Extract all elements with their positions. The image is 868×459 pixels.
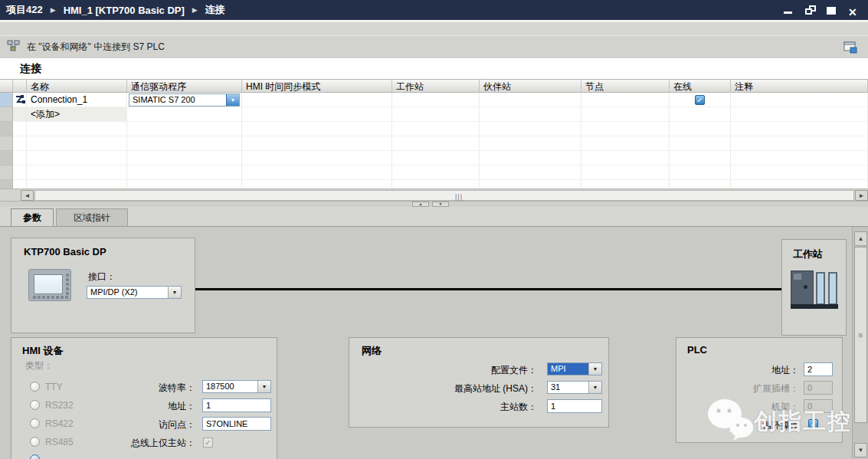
scroll-right-button[interactable]: ► bbox=[855, 190, 868, 201]
column-header-partner[interactable]: 伙伴站 bbox=[480, 79, 581, 93]
tab-area-pointers[interactable]: 区域指针 bbox=[56, 208, 128, 226]
minimize-button[interactable] bbox=[784, 5, 794, 15]
plc-address-field[interactable]: 2 bbox=[804, 362, 833, 376]
row-selector[interactable] bbox=[0, 93, 13, 107]
expansion-slot-label: 扩展插槽： bbox=[707, 382, 799, 395]
scroll-up-button[interactable]: ▲ bbox=[854, 231, 867, 246]
master-only-checkbox[interactable]: ✓ bbox=[203, 438, 213, 448]
row-selector[interactable] bbox=[0, 166, 13, 180]
pane-splitter[interactable]: ▲ ▼ bbox=[0, 201, 868, 207]
comment-cell[interactable] bbox=[731, 93, 868, 107]
empty-cell bbox=[13, 136, 27, 151]
maximize-button[interactable] bbox=[827, 5, 837, 15]
radio-rs422[interactable] bbox=[30, 418, 40, 428]
open-network-view-button[interactable] bbox=[842, 39, 859, 56]
radio-partial[interactable] bbox=[30, 454, 40, 459]
hsa-dropdown[interactable]: 31 ▼ bbox=[547, 381, 602, 394]
masters-field[interactable]: 1 bbox=[547, 399, 602, 413]
type-label: 类型： bbox=[25, 359, 53, 372]
empty-cell bbox=[670, 107, 731, 122]
chevron-down-icon[interactable]: ▼ bbox=[588, 363, 601, 375]
empty-cell bbox=[731, 166, 868, 180]
chevron-down-icon[interactable]: ▼ bbox=[226, 94, 239, 106]
empty-cell bbox=[480, 166, 581, 180]
scrollbar-grip-icon: ≡ bbox=[859, 331, 863, 339]
tia-portal-window: 项目422 ▶ HMI_1 [KTP700 Basic DP] ▶ 连接 ✕ bbox=[0, 0, 868, 459]
empty-cell bbox=[392, 166, 480, 180]
column-header-online[interactable]: 在线 bbox=[670, 79, 731, 93]
add-connection-cell[interactable]: <添加> bbox=[27, 107, 127, 122]
radio-tty[interactable] bbox=[30, 382, 40, 392]
partner-cell[interactable] bbox=[480, 93, 581, 107]
station-box-title: 工作站 bbox=[793, 248, 823, 261]
breadcrumb-device[interactable]: HMI_1 [KTP700 Basic DP] bbox=[64, 5, 185, 16]
empty-table-row bbox=[0, 136, 868, 151]
column-header-driver[interactable]: 通信驱动程序 bbox=[127, 79, 242, 93]
column-header-node[interactable]: 节点 bbox=[581, 79, 670, 93]
empty-cell bbox=[27, 166, 127, 180]
scroll-up-icon: ▲ bbox=[858, 235, 864, 242]
chevron-down-icon[interactable]: ▼ bbox=[168, 287, 181, 298]
row-selector[interactable] bbox=[0, 151, 13, 166]
empty-cell bbox=[27, 122, 127, 136]
baud-rate-dropdown[interactable]: 187500 ▼ bbox=[202, 380, 271, 393]
access-point-label: 访问点： bbox=[96, 418, 195, 431]
hmi-address-field[interactable]: 1 bbox=[202, 398, 271, 412]
rack-field[interactable]: 0 bbox=[804, 399, 833, 413]
interface-dropdown[interactable]: MPI/DP (X2) ▼ bbox=[87, 286, 182, 299]
row-selector[interactable] bbox=[0, 136, 13, 151]
empty-cell bbox=[670, 122, 731, 136]
node-cell[interactable] bbox=[581, 93, 670, 107]
connection-name-cell[interactable]: Connection_1 bbox=[27, 93, 127, 107]
plc-station-image bbox=[791, 270, 838, 309]
breadcrumb-page[interactable]: 连接 bbox=[205, 3, 225, 17]
radio-rs485[interactable] bbox=[30, 437, 40, 447]
column-header-comment[interactable]: 注释 bbox=[731, 79, 868, 93]
splitter-down-button[interactable]: ▼ bbox=[432, 202, 449, 207]
scrollbar-track[interactable]: ||| bbox=[34, 190, 854, 201]
radio-rs232[interactable] bbox=[30, 400, 40, 410]
breadcrumb-project[interactable]: 项目422 bbox=[6, 3, 43, 17]
time-sync-cell[interactable] bbox=[242, 93, 392, 107]
row-selector[interactable] bbox=[0, 122, 13, 136]
restore-button[interactable] bbox=[805, 5, 816, 15]
close-button[interactable]: ✕ bbox=[848, 5, 859, 15]
column-header-station[interactable]: 工作站 bbox=[392, 79, 480, 93]
empty-cell bbox=[127, 122, 242, 136]
hmi-screen bbox=[34, 274, 63, 294]
row-selector[interactable] bbox=[0, 107, 13, 122]
tab-parameters[interactable]: 参数 bbox=[11, 208, 54, 226]
header-icon-col bbox=[13, 79, 27, 93]
online-cell: ✓ bbox=[670, 93, 731, 107]
chevron-down-icon[interactable]: ▼ bbox=[257, 381, 270, 392]
column-header-time-sync[interactable]: HMI 时间同步模式 bbox=[242, 79, 392, 93]
vertical-scrollbar[interactable]: ▲ ≡ ▼ bbox=[852, 227, 868, 459]
table-row-add[interactable]: <添加> bbox=[0, 107, 868, 122]
station-cell[interactable] bbox=[392, 93, 480, 107]
splitter-up-button[interactable]: ▲ bbox=[412, 202, 429, 207]
column-header-name[interactable]: 名称 bbox=[27, 79, 127, 93]
chevron-down-icon[interactable]: ▼ bbox=[588, 382, 601, 393]
window-controls: ✕ bbox=[784, 5, 862, 15]
network-panel: 网络 配置文件： MPI ▼ 最高站地址 (HSA)： 31 ▼ 主站数： 1 bbox=[349, 337, 609, 428]
expansion-slot-field[interactable]: 0 bbox=[804, 381, 833, 395]
breadcrumb: 项目422 ▶ HMI_1 [KTP700 Basic DP] ▶ 连接 bbox=[6, 3, 225, 17]
empty-cell bbox=[731, 151, 868, 166]
empty-cell bbox=[581, 122, 670, 136]
driver-dropdown[interactable]: SIMATIC S7 200 ▼ bbox=[129, 93, 240, 107]
horizontal-scrollbar[interactable]: ◄ ||| ► bbox=[0, 189, 868, 201]
scrollbar-thumb[interactable]: ≡ bbox=[854, 247, 867, 423]
plc-rack-base bbox=[791, 304, 838, 309]
scroll-down-button[interactable]: ▼ bbox=[854, 443, 867, 457]
hmi-button-column bbox=[66, 274, 69, 295]
scroll-left-button[interactable]: ◄ bbox=[21, 190, 34, 201]
online-checkbox[interactable]: ✓ bbox=[695, 95, 705, 105]
scroll-right-icon: ► bbox=[859, 192, 865, 199]
empty-table-row bbox=[0, 166, 868, 180]
table-row-connection1[interactable]: Connection_1 SIMATIC S7 200 ▼ ✓ bbox=[0, 93, 868, 107]
scrollbar-grip-icon[interactable]: ||| bbox=[455, 193, 463, 201]
empty-cell bbox=[581, 107, 670, 122]
profile-dropdown[interactable]: MPI ▼ bbox=[547, 362, 602, 375]
cyclic-operation-checkbox[interactable]: ✓ bbox=[808, 419, 818, 429]
access-point-field[interactable]: S7ONLINE bbox=[202, 417, 271, 431]
